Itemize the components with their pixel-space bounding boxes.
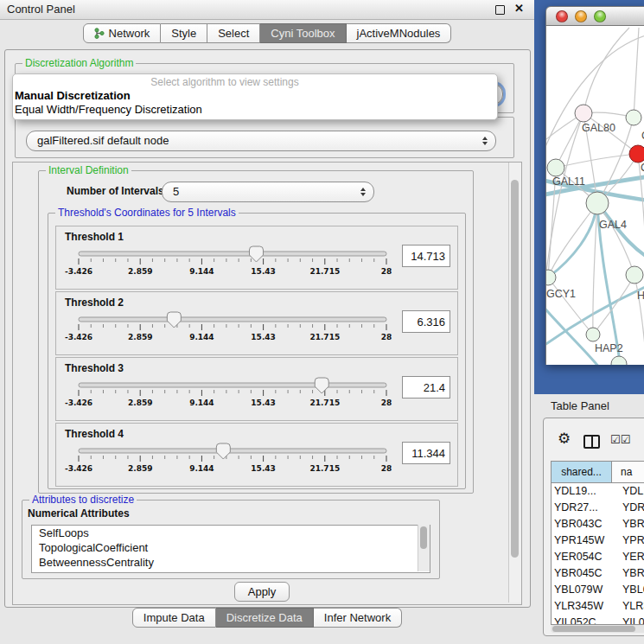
scrollbar-thumb[interactable] (552, 626, 635, 632)
numerical-attributes-label: Numerical Attributes (28, 507, 130, 520)
network-canvas[interactable]: GAL80GACGAL11GAL4GCY1HHAP2 (545, 26, 644, 365)
column-header[interactable]: shared... (552, 462, 612, 482)
table-row[interactable]: YDR27...YDR2 (552, 500, 644, 516)
slider-track[interactable] (79, 383, 386, 387)
combo-stepper-icon (482, 137, 488, 145)
tick-label: 15.43 (251, 333, 275, 341)
node-label: C (641, 162, 644, 174)
list-item[interactable]: TopologicalCoefficient (32, 540, 430, 555)
control-panel-titlebar: Control Panel ✕ (0, 0, 534, 20)
attributes-list-scrollbar[interactable] (418, 525, 430, 571)
network-edge[interactable] (556, 113, 583, 168)
tick-label: 9.144 (189, 267, 214, 276)
tick-label: 28 (381, 267, 392, 276)
scrollbar-thumb[interactable] (511, 180, 519, 558)
tab-select[interactable]: Select (207, 23, 260, 43)
table-row[interactable]: YER054CYER0 (552, 549, 644, 565)
algorithm-menu-item[interactable]: Manual Discretization (13, 89, 497, 103)
tab-label: Style (171, 24, 196, 42)
threshold-slider[interactable]: -3.4262.8599.14415.4321.71528 (58, 309, 400, 348)
number-of-intervals-value: 5 (163, 182, 373, 201)
table-cell: YBR045C (552, 565, 615, 582)
network-window-titlebar[interactable] (545, 6, 644, 26)
table-row[interactable]: YBR043CYBR0 (552, 516, 644, 532)
slider-thumb[interactable] (315, 378, 328, 393)
apply-button[interactable]: Apply (234, 582, 290, 602)
node-h[interactable] (626, 266, 643, 284)
close-icon[interactable]: ✕ (514, 2, 524, 15)
top-tab-bar: NetworkStyleSelectCyni ToolboxjActiveMNo… (0, 23, 534, 43)
network-edge[interactable] (548, 277, 593, 335)
algorithm-dropdown-popup: Select algorithm to view settings Manual… (12, 73, 498, 120)
float-window-icon[interactable] (495, 5, 505, 15)
tab-infer-network[interactable]: Infer Network (314, 608, 402, 628)
threshold-label: Threshold 3 (65, 362, 124, 374)
close-traffic-light-icon[interactable] (556, 10, 568, 22)
table-row[interactable]: YDL19...YDL1 (552, 483, 644, 500)
threshold-value-field[interactable] (402, 376, 450, 399)
list-item[interactable]: BetweennessCentrality (32, 555, 430, 570)
tick-label: 21.715 (309, 267, 340, 276)
tab-discretize-data[interactable]: Discretize Data (216, 608, 314, 628)
group-label: Discretization Algorithm (22, 57, 136, 69)
tick-label: 2.859 (128, 267, 152, 276)
tab-impute-data[interactable]: Impute Data (132, 608, 216, 628)
node-hap2[interactable] (586, 328, 600, 341)
network-edge[interactable] (546, 33, 644, 157)
threshold-slider[interactable]: -3.4262.8599.14415.4321.71528 (58, 441, 400, 479)
table-row[interactable]: YBR045CYBR0 (552, 565, 644, 582)
table-row[interactable]: YIL052CYIL0 (552, 615, 644, 625)
table-row[interactable]: YLR345WYLR3 (552, 598, 644, 615)
settings-scrollbar[interactable] (508, 163, 521, 603)
number-of-intervals-select[interactable]: 5 (162, 182, 374, 202)
checkbox-icons[interactable]: ☑☑ (610, 433, 630, 446)
threshold-value-field[interactable] (402, 245, 450, 267)
tab-style[interactable]: Style (161, 23, 207, 43)
threshold-slider[interactable]: -3.4262.8599.14415.4321.71528 (58, 375, 400, 413)
threshold-value-field[interactable] (402, 442, 450, 464)
node-gal4[interactable] (586, 192, 609, 214)
node-gal80[interactable] (575, 105, 592, 122)
gear-icon[interactable]: ⚙ (558, 430, 571, 447)
node-bottom[interactable] (611, 356, 627, 365)
tab-label: Discretize Data (226, 609, 303, 627)
node-label: HAP2 (595, 342, 623, 354)
tick-label: 2.859 (128, 333, 152, 341)
list-item[interactable]: SelfLoops (32, 526, 430, 540)
threshold-panel: Threshold 2-3.4262.8599.14415.4321.71528 (55, 291, 458, 355)
numerical-attributes-list[interactable]: SelfLoopsTopologicalCoefficientBetweenne… (31, 525, 430, 573)
table-cell: YPR145W (552, 532, 615, 549)
network-edge[interactable] (634, 28, 639, 118)
desktop-background: GAL80GACGAL11GAL4GCY1HHAP2 (534, 0, 644, 394)
slider-track[interactable] (79, 317, 386, 322)
table-row[interactable]: YPR145WYPR1 (552, 532, 644, 549)
slider-thumb[interactable] (249, 246, 263, 262)
tab-label: Cyni Toolbox (271, 24, 335, 42)
network-tree-icon (94, 28, 105, 39)
minimize-traffic-light-icon[interactable] (575, 10, 587, 22)
network-edge[interactable] (546, 113, 583, 285)
tab-cyni-toolbox[interactable]: Cyni Toolbox (260, 23, 346, 43)
threshold-value-field[interactable] (402, 310, 450, 333)
tick-label: 21.715 (309, 399, 340, 407)
node-gal11[interactable] (547, 159, 564, 176)
slider-track[interactable] (79, 449, 386, 453)
table-row[interactable]: YBL079WYBL0 (552, 582, 644, 598)
node-red[interactable] (629, 145, 644, 163)
slider-thumb[interactable] (167, 312, 181, 328)
network-edge[interactable] (583, 28, 629, 113)
slider-track[interactable] (79, 252, 386, 256)
tick-label: 15.43 (251, 464, 275, 473)
split-view-icon[interactable] (583, 435, 600, 449)
node-top-right[interactable] (626, 110, 641, 125)
column-header[interactable]: na (612, 462, 644, 482)
zoom-traffic-light-icon[interactable] (594, 10, 606, 22)
tab-network[interactable]: Network (83, 23, 162, 43)
threshold-slider[interactable]: -3.4262.8599.14415.4321.71528 (58, 244, 400, 282)
tab-jactivemnodules[interactable]: jActiveMNodules (347, 23, 452, 43)
table-hscrollbar[interactable] (551, 625, 644, 633)
network-view-window: GAL80GACGAL11GAL4GCY1HHAP2 (545, 6, 644, 364)
table-data-select[interactable]: galFiltered.sif default node (26, 131, 496, 151)
slider-thumb[interactable] (216, 443, 230, 459)
algorithm-menu-item[interactable]: Equal Width/Frequency Discretization (13, 103, 497, 117)
